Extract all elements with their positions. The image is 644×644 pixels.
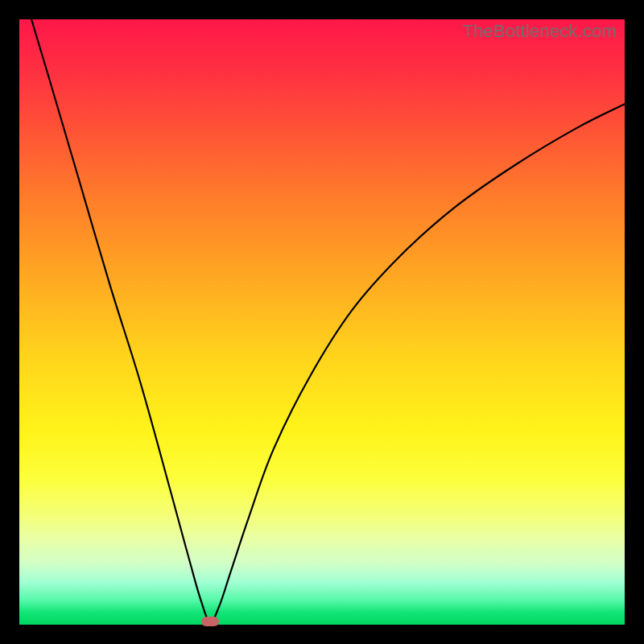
- minimum-marker: [201, 617, 219, 626]
- curve-svg: [19, 19, 625, 625]
- curve-line: [31, 19, 625, 621]
- chart-area: TheBottleneck.com: [19, 19, 625, 625]
- watermark-text: TheBottleneck.com: [462, 21, 617, 42]
